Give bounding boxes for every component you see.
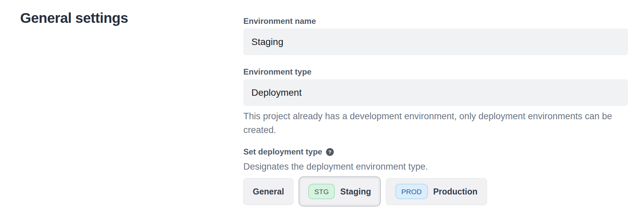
environment-type-input[interactable] — [243, 79, 628, 106]
environment-name-label: Environment name — [243, 16, 316, 26]
tier-option-staging-button[interactable]: STG Staging — [300, 178, 379, 205]
set-deployment-type-row: Set deployment type ? — [243, 147, 334, 157]
page-title: General settings — [20, 10, 128, 26]
tier-option-production-label: Production — [433, 187, 478, 196]
tier-option-general-button[interactable]: General — [243, 178, 293, 205]
tier-option-staging-label: Staging — [340, 187, 371, 196]
production-tier-badge: PROD — [395, 184, 428, 199]
environment-type-help-line-1: This project already has a development e… — [243, 110, 612, 123]
deployment-type-description: Designates the deployment environment ty… — [243, 160, 428, 174]
tier-option-production-button[interactable]: PROD Production — [386, 178, 487, 205]
environment-settings-page: General settings Environment name Enviro… — [0, 0, 644, 219]
staging-tier-badge: STG — [308, 184, 335, 199]
set-deployment-type-label: Set deployment type — [243, 147, 322, 157]
environment-type-help-line-2: created. — [243, 123, 612, 137]
question-mark-help-icon[interactable]: ? — [326, 148, 334, 156]
environment-type-label: Environment type — [243, 67, 312, 77]
environment-type-help-text: This project already has a development e… — [243, 110, 612, 137]
environment-name-input[interactable] — [243, 29, 628, 55]
tier-option-general-label: General — [253, 187, 284, 196]
deployment-tier-selector: General STG Staging PROD Production — [243, 178, 487, 205]
